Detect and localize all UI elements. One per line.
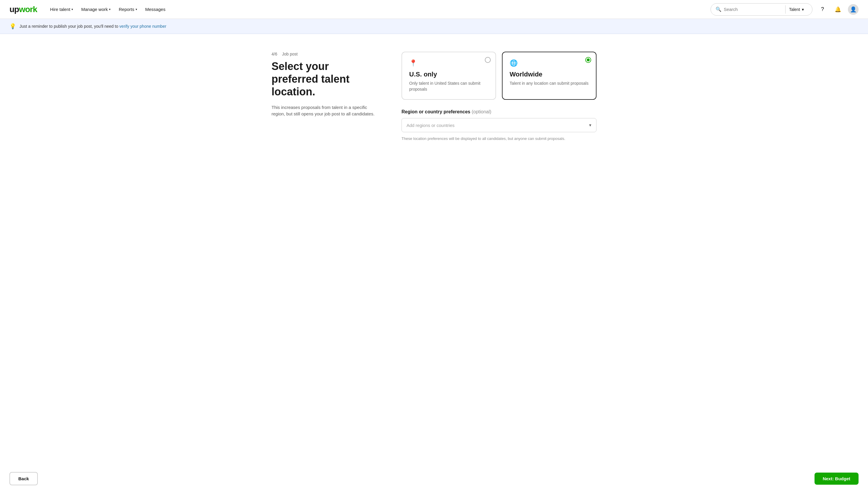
- back-button[interactable]: Back: [9, 472, 38, 485]
- globe-icon: 🌐: [509, 59, 589, 67]
- left-column: 4/6 Job post Select your preferred talen…: [272, 52, 378, 142]
- chevron-down-icon: ▾: [589, 123, 591, 128]
- search-type-dropdown[interactable]: Talent ▾: [785, 5, 807, 13]
- location-pin-icon: 📍: [409, 59, 488, 67]
- footer-navigation: Back Next: Budget: [0, 467, 868, 490]
- next-button[interactable]: Next: Budget: [814, 472, 859, 485]
- step-current: 4/6: [272, 52, 277, 56]
- region-section: Region or country preferences (optional)…: [402, 109, 596, 142]
- search-bar[interactable]: 🔍 Talent ▾: [711, 3, 812, 15]
- lightbulb-icon: 💡: [9, 23, 16, 30]
- main-content: 4/6 Job post Select your preferred talen…: [0, 34, 868, 490]
- notifications-button[interactable]: 🔔: [833, 4, 843, 15]
- chevron-down-icon: ▾: [109, 8, 111, 11]
- worldwide-description: Talent in any location can submit propos…: [509, 80, 589, 87]
- nav-links: Hire talent ▾ Manage work ▾ Reports ▾ Me…: [47, 4, 169, 14]
- page-title: Select your preferred talent location.: [272, 60, 378, 98]
- step-label: 4/6 Job post: [272, 52, 378, 56]
- banner-text: Just a reminder to publish your job post…: [20, 24, 166, 29]
- worldwide-option[interactable]: 🌐 Worldwide Talent in any location can s…: [502, 52, 596, 100]
- form-area: 4/6 Job post Select your preferred talen…: [272, 52, 596, 142]
- region-label: Region or country preferences (optional): [402, 109, 596, 115]
- option-cards: 📍 U.S. only Only talent in United States…: [402, 52, 596, 100]
- us-only-description: Only talent in United States can submit …: [409, 80, 488, 92]
- dropdown-placeholder: Add regions or countries: [406, 123, 455, 128]
- phone-verification-banner: 💡 Just a reminder to publish your job po…: [0, 19, 868, 34]
- logo[interactable]: upwork: [9, 5, 37, 14]
- verify-phone-link[interactable]: verify your phone number: [119, 24, 166, 29]
- worldwide-title: Worldwide: [509, 70, 589, 78]
- page-description: This increases proposals from talent in …: [272, 104, 378, 118]
- right-column: 📍 U.S. only Only talent in United States…: [402, 52, 596, 142]
- worldwide-radio[interactable]: [585, 57, 591, 63]
- nav-hire-talent[interactable]: Hire talent ▾: [47, 4, 76, 14]
- us-only-radio[interactable]: [485, 57, 491, 63]
- chevron-down-icon: ▾: [802, 7, 804, 12]
- search-icon: 🔍: [716, 6, 721, 12]
- chevron-down-icon: ▾: [135, 8, 137, 11]
- help-button[interactable]: ?: [817, 4, 828, 15]
- chevron-down-icon: ▾: [71, 8, 73, 11]
- nav-right: 🔍 Talent ▾ ? 🔔 👤: [711, 3, 859, 15]
- nav-manage-work[interactable]: Manage work ▾: [78, 4, 114, 14]
- avatar[interactable]: 👤: [848, 4, 859, 15]
- us-only-option[interactable]: 📍 U.S. only Only talent in United States…: [402, 52, 496, 100]
- region-hint: These location preferences will be displ…: [402, 136, 596, 142]
- search-input[interactable]: [724, 7, 783, 12]
- navbar: upwork Hire talent ▾ Manage work ▾ Repor…: [0, 0, 868, 19]
- nav-messages[interactable]: Messages: [142, 4, 169, 14]
- nav-reports[interactable]: Reports ▾: [115, 4, 141, 14]
- us-only-title: U.S. only: [409, 70, 488, 78]
- step-context: Job post: [282, 52, 298, 56]
- region-country-dropdown[interactable]: Add regions or countries ▾: [402, 118, 596, 132]
